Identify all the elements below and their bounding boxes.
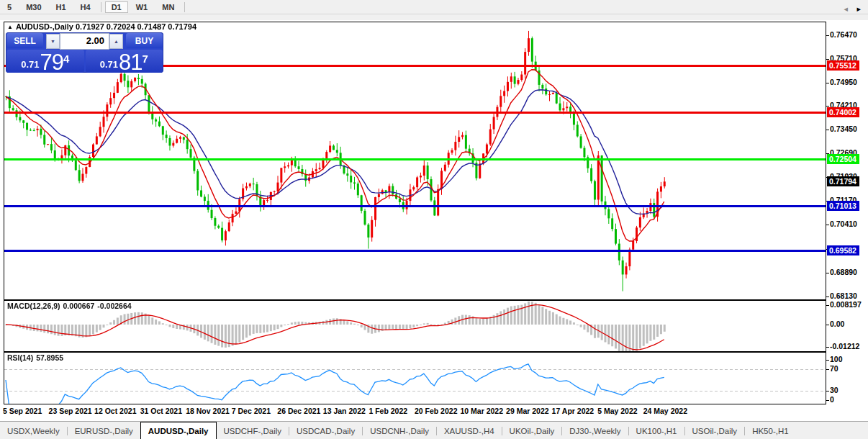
- tab-scroll-right-icon[interactable]: ▸: [856, 0, 861, 18]
- price-axis-label: 0.68130: [830, 291, 857, 300]
- timeframe-button-m30[interactable]: M30: [19, 1, 48, 13]
- chart-tab-usdchf-daily[interactable]: USDCHF-,Daily: [217, 422, 289, 439]
- chart-tab-usdcad-daily[interactable]: USDCAD-,Daily: [289, 422, 362, 439]
- rsi-axis-label-tick: [826, 391, 829, 392]
- time-axis-label: 12 Oct 2021: [94, 407, 136, 415]
- current-price-badge: 0.71794: [827, 176, 859, 186]
- price-axis-label: 0.70410: [830, 220, 857, 228]
- time-axis-label: 7 Dec 2021: [232, 407, 271, 415]
- spin-down-icon: ▼: [50, 39, 55, 44]
- time-axis-label: 10 Mar 2022: [461, 407, 504, 415]
- chart-tab-ukoil-daily[interactable]: UKOil-,Daily: [502, 422, 562, 439]
- spin-up-icon: ▲: [114, 39, 119, 44]
- timeframe-button-h1[interactable]: H1: [50, 1, 73, 13]
- buy-price-pip: 7: [142, 55, 148, 63]
- chart-tab-uk100-h1[interactable]: UK100-,H1: [629, 422, 684, 439]
- time-axis-label: 5 May 2022: [597, 407, 637, 415]
- ohlc-high: 0.72024: [107, 22, 135, 31]
- price-axis-label: 0.74950: [830, 78, 857, 86]
- macd-main-value: 0.000667: [63, 302, 95, 310]
- buy-price-big: 81: [119, 53, 142, 72]
- price-axis-tick: [826, 106, 829, 107]
- timeframe-button-d1[interactable]: D1: [105, 1, 128, 13]
- time-axis-label: 5 Sep 2021: [3, 407, 42, 415]
- buy-price-prefix: 0.71: [100, 58, 118, 72]
- chart-tab-xauusd-h4[interactable]: XAUUSD-,H4: [437, 422, 502, 439]
- timeframe-button-mn[interactable]: MN: [155, 1, 181, 13]
- price-line-badge: 0.72504: [827, 154, 859, 164]
- rsi-label: RSI(14)57.8955: [7, 353, 66, 362]
- timeframe-toolbar: 5M30H1H4D1W1MN: [0, 0, 868, 14]
- price-line-badge: 0.69582: [827, 245, 859, 255]
- rsi-axis-label-tick: [826, 400, 829, 401]
- sell-price-prefix: 0.71: [21, 58, 39, 72]
- sell-price-pip: 4: [63, 55, 69, 63]
- sell-price-big: 79: [40, 53, 63, 72]
- volume-decrease-button[interactable]: ▼: [46, 34, 60, 49]
- chart-tab-usdx-weekly[interactable]: USDX,Weekly: [0, 422, 67, 439]
- macd-axis-label-tick: [826, 347, 829, 348]
- sell-price-button[interactable]: 0.71794: [6, 50, 84, 73]
- macd-signal-value: -0.002664: [97, 302, 131, 310]
- price-axis-label: 0.76470: [830, 30, 857, 39]
- volume-increase-button[interactable]: ▲: [109, 34, 123, 49]
- price-line-badge: 0.75512: [827, 60, 859, 71]
- chart-tab-bar: USDX,WeeklyEURUSD-,DailyAUDUSD-,DailyUSD…: [0, 421, 868, 439]
- chart-tab-usdcnh-daily[interactable]: USDCNH-,Daily: [363, 422, 436, 439]
- macd-axis-label: 0.00: [830, 320, 844, 328]
- volume-input[interactable]: 2.00: [60, 33, 109, 50]
- time-axis-label: 24 May 2022: [643, 407, 687, 415]
- macd-axis-label: 0.008197: [830, 300, 862, 309]
- buy-button[interactable]: BUY: [126, 33, 163, 48]
- ohlc-low: 0.71487: [137, 22, 166, 31]
- chart-tab-hk50-h1[interactable]: HK50-,H1: [745, 422, 796, 439]
- buy-price-button[interactable]: 0.71817: [86, 50, 163, 73]
- sell-button[interactable]: SELL: [6, 33, 43, 48]
- price-axis-tick: [826, 35, 829, 36]
- rsi-axis-label: 100: [830, 355, 843, 363]
- rsi-canvas[interactable]: [4, 353, 826, 404]
- chart-title: ▲AUDUSD-,Daily0.719270.720240.714870.717…: [7, 22, 199, 31]
- chart-symbol: AUDUSD-,Daily: [16, 22, 73, 31]
- macd-axis-label-tick: [826, 305, 829, 306]
- price-axis-tick: [826, 225, 829, 225]
- rsi-axis-label: 0: [830, 395, 834, 404]
- time-axis-label: 23 Sep 2021: [49, 407, 92, 415]
- ohlc-open: 0.71927: [76, 22, 104, 31]
- tab-scroll-left-icon[interactable]: ◂: [844, 0, 848, 18]
- rsi-axis-label: 30: [830, 386, 838, 394]
- price-line-badge: 0.71013: [827, 201, 859, 211]
- macd-axis-label: -0.01212: [830, 342, 859, 350]
- toolbar-separator: [184, 2, 185, 12]
- macd-axis-label-tick: [826, 325, 829, 325]
- price-axis-label: 0.68890: [830, 268, 857, 276]
- time-axis-label: 1 Feb 2022: [369, 407, 407, 415]
- timeframe-button-w1[interactable]: W1: [130, 1, 155, 13]
- ohlc-close: 0.71794: [168, 22, 196, 31]
- chart-tab-eurusd-daily[interactable]: EURUSD-,Daily: [68, 422, 140, 439]
- rsi-axis-label: 70: [830, 364, 838, 373]
- time-axis-label: 18 Nov 2021: [186, 407, 230, 415]
- rsi-value: 57.8955: [36, 353, 63, 362]
- time-axis-label: 17 Apr 2022: [552, 407, 595, 415]
- price-axis-tick: [826, 83, 829, 83]
- chart-tab-usoil-daily[interactable]: USOil-,Daily: [685, 422, 745, 439]
- time-axis-label: 31 Oct 2021: [140, 407, 182, 415]
- rsi-axis-label-tick: [826, 369, 829, 370]
- time-axis-label: 26 Dec 2021: [277, 407, 320, 415]
- one-click-trade-panel: SELL ▼ 2.00 ▲ BUY 0.71794 0.71817: [6, 32, 163, 73]
- toolbar-separator: [101, 2, 101, 12]
- collapse-panel-icon[interactable]: ▲: [7, 24, 13, 30]
- price-axis-label: 0.73450: [830, 125, 857, 133]
- price-axis-tick: [826, 273, 829, 273]
- macd-label: MACD(12,26,9)0.000667-0.002664: [7, 302, 135, 310]
- timeframe-button-h4[interactable]: H4: [74, 1, 97, 13]
- price-line-badge: 0.74002: [827, 107, 859, 117]
- time-axis-label: 29 Mar 2022: [506, 407, 549, 415]
- timeframe-button-5[interactable]: 5: [1, 1, 18, 13]
- price-axis-tick: [826, 297, 829, 297]
- chart-tab-dj30-weekly[interactable]: DJ30-,Weekly: [562, 422, 628, 439]
- time-axis-label: 20 Feb 2022: [415, 407, 458, 415]
- rsi-axis-label-tick: [826, 360, 829, 361]
- chart-tab-audusd-daily[interactable]: AUDUSD-,Daily: [140, 422, 217, 439]
